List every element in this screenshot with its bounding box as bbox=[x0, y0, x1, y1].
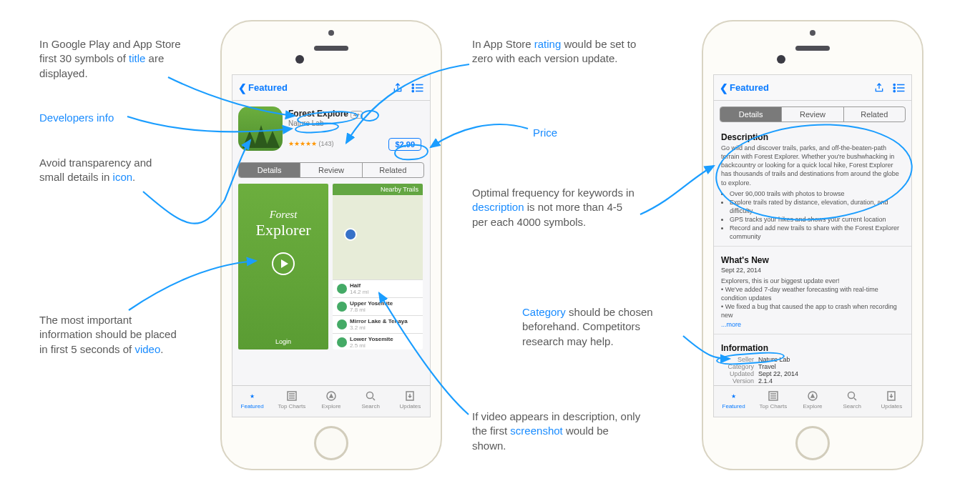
list-icon[interactable] bbox=[893, 81, 906, 94]
camera-icon bbox=[777, 55, 785, 64]
text: We've added 7-day weather forecasting wi… bbox=[721, 286, 878, 302]
tab-label: Updates bbox=[400, 403, 421, 410]
segment-review[interactable]: Review bbox=[300, 163, 361, 177]
stars-icon: ★★★★★ bbox=[288, 140, 317, 147]
tab-label: Updates bbox=[881, 403, 903, 410]
callout-category: Category should be chosen beforehand. Co… bbox=[522, 305, 683, 349]
tab-label: Top Charts bbox=[278, 403, 305, 410]
tab-label: Explore bbox=[803, 403, 822, 410]
callout-icon: Avoid transparency and small details in … bbox=[39, 156, 168, 185]
trail-name: Upper Yosemite bbox=[350, 300, 393, 307]
video-preview[interactable]: Forest Explorer Login bbox=[238, 184, 328, 349]
highlight: description bbox=[472, 201, 524, 213]
share-icon[interactable] bbox=[391, 81, 404, 94]
trail-dot-icon bbox=[337, 337, 347, 347]
callout-rating: In App Store rating would be set to zero… bbox=[472, 37, 637, 66]
list-icon bbox=[272, 389, 311, 403]
app-icon[interactable] bbox=[238, 106, 283, 151]
back-chevron-icon[interactable]: ❮ bbox=[238, 82, 247, 94]
sensor-dot bbox=[810, 30, 815, 36]
search-icon bbox=[833, 389, 872, 403]
tab-featured[interactable]: ★Featured bbox=[714, 386, 753, 417]
trail-row: Half14.2 mi bbox=[333, 279, 423, 297]
trail-name: Lower Yosemite bbox=[350, 336, 393, 342]
home-button[interactable] bbox=[314, 426, 348, 460]
trail-name: Half bbox=[350, 282, 368, 289]
trail-row: Mirror Lake & Tenaya3.2 mi bbox=[333, 315, 423, 333]
segment-review[interactable]: Review bbox=[781, 107, 843, 121]
info-key: Updated bbox=[721, 370, 758, 377]
tab-label: Search bbox=[362, 403, 380, 410]
screenshot-1[interactable]: Nearby Trails Half14.2 mi Upper Yosemite… bbox=[333, 184, 423, 349]
video-title-2: Explorer bbox=[256, 221, 311, 239]
text: We fixed a bug that caused the app to cr… bbox=[721, 303, 897, 319]
callout-title: In Google Play and App Store first 30 sy… bbox=[39, 37, 190, 81]
segment-related[interactable]: Related bbox=[362, 163, 423, 177]
back-label[interactable]: Featured bbox=[248, 82, 288, 93]
phone-left: ❮ Featured Forest Explore4+ Nature Lab bbox=[220, 20, 442, 470]
list-icon bbox=[753, 389, 793, 403]
video-title-1: Forest bbox=[270, 209, 298, 221]
navbar: ❮ Featured bbox=[232, 75, 430, 101]
svg-point-14 bbox=[893, 84, 895, 85]
information-heading: Information bbox=[714, 339, 911, 354]
tab-updates[interactable]: Updates bbox=[872, 386, 911, 417]
tab-updates[interactable]: Updates bbox=[391, 386, 430, 417]
download-icon bbox=[872, 389, 911, 403]
text: In App Store bbox=[472, 38, 534, 50]
share-icon[interactable] bbox=[873, 81, 886, 94]
tab-search[interactable]: Search bbox=[833, 386, 872, 417]
segment-related[interactable]: Related bbox=[843, 107, 905, 121]
svg-point-25 bbox=[848, 392, 855, 399]
tabbar: ★Featured Top Charts Explore Search Upda… bbox=[232, 385, 430, 417]
trail-name: Mirror Lake & Tenaya bbox=[350, 318, 408, 324]
text: . bbox=[132, 171, 135, 183]
info-value: 2.1.4 bbox=[758, 377, 773, 385]
whatsnew-date: Sept 22, 2014 bbox=[714, 267, 911, 274]
phone-speaker-area bbox=[222, 41, 441, 54]
list-icon[interactable] bbox=[411, 81, 424, 94]
more-link[interactable]: ...more bbox=[714, 319, 911, 329]
back-label[interactable]: Featured bbox=[730, 82, 769, 93]
tabbar: ★Featured Top Charts Explore Search Upda… bbox=[714, 385, 911, 417]
segment-details[interactable]: Details bbox=[720, 107, 781, 121]
highlight: video bbox=[134, 343, 160, 355]
info-value: Travel bbox=[758, 363, 776, 370]
back-chevron-icon[interactable]: ❮ bbox=[720, 82, 728, 94]
tab-explore[interactable]: Explore bbox=[311, 386, 351, 417]
tab-top-charts[interactable]: Top Charts bbox=[272, 386, 311, 417]
tab-search[interactable]: Search bbox=[351, 386, 391, 417]
callout-screenshot: If video appears in description, only th… bbox=[472, 410, 644, 453]
play-icon[interactable] bbox=[272, 252, 295, 275]
svg-point-16 bbox=[893, 86, 895, 88]
text: Optimal frequency for keywords in bbox=[472, 187, 634, 199]
info-row-category: CategoryTravel bbox=[721, 363, 904, 370]
tab-top-charts[interactable]: Top Charts bbox=[753, 386, 793, 417]
tab-featured[interactable]: ★Featured bbox=[232, 386, 272, 417]
info-value: Sept 22, 2014 bbox=[758, 370, 798, 377]
trail-dot-icon bbox=[337, 302, 347, 312]
tab-explore[interactable]: Explore bbox=[793, 386, 832, 417]
text: . bbox=[160, 343, 163, 355]
tab-label: Featured bbox=[722, 403, 745, 410]
tab-label: Search bbox=[843, 403, 861, 410]
highlight: icon bbox=[113, 171, 133, 183]
highlight: screenshot bbox=[510, 425, 562, 437]
svg-point-4 bbox=[412, 90, 413, 91]
segmented-control[interactable]: Details Review Related bbox=[238, 162, 424, 178]
home-button[interactable] bbox=[795, 426, 830, 460]
segment-details[interactable]: Details bbox=[239, 163, 300, 177]
list-item: Record and add new trails to share with … bbox=[730, 224, 904, 241]
callout-description: Optimal frequency for keywords in descri… bbox=[472, 186, 637, 229]
compass-icon bbox=[311, 389, 351, 403]
svg-point-18 bbox=[893, 90, 895, 91]
highlight: Category bbox=[522, 306, 566, 318]
trail-dot-icon bbox=[337, 284, 347, 294]
highlight: Developers info bbox=[39, 111, 114, 124]
segmented-control[interactable]: Details Review Related bbox=[720, 106, 906, 122]
screenshots-row[interactable]: Forest Explorer Login Nearby Trails Half… bbox=[232, 184, 430, 349]
trail-row: Upper Yosemite7.8 mi bbox=[333, 297, 423, 315]
svg-line-12 bbox=[373, 398, 375, 400]
camera-icon bbox=[295, 55, 304, 64]
search-icon bbox=[351, 389, 391, 403]
